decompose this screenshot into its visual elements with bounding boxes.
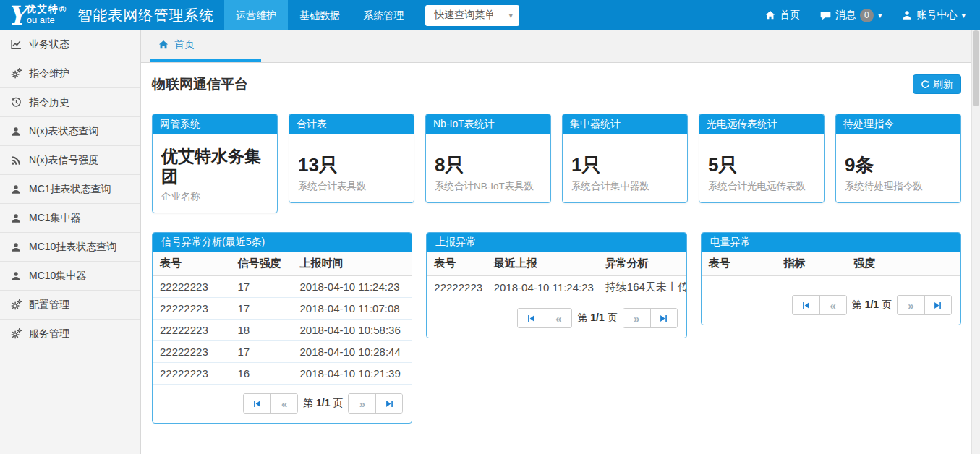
chevron-down-icon: ▾ xyxy=(508,10,513,20)
prev-page-button[interactable]: « xyxy=(545,309,571,327)
logo-y-glyph: Y xyxy=(7,4,26,26)
cell-signal: 17 xyxy=(230,276,292,298)
scrollbar-thumb[interactable] xyxy=(973,30,979,106)
navbar-messages-label: 消息 xyxy=(835,9,856,22)
cell-report-time: 2018-04-10 10:28:44 xyxy=(292,341,412,363)
power-anomaly-table: 表号 指标 强度 xyxy=(702,252,960,276)
nav-item-basic-data[interactable]: 基础数据 xyxy=(288,0,351,30)
last-page-button[interactable] xyxy=(375,394,402,413)
sidebar-item-label: MC10集中器 xyxy=(29,270,86,283)
stat-card-nbiot-meters: Nb-IoT表统计 8只 系统合计NB-IoT表具数 xyxy=(425,113,551,203)
user-icon xyxy=(902,10,912,20)
sidebar-item-command-maintain[interactable]: 指令维护 xyxy=(0,59,140,88)
card-header: 集中器统计 xyxy=(563,114,687,134)
sidebar-item-mc10-meter-status[interactable]: MC10挂表状态查询 xyxy=(0,233,140,262)
stat-card-network-system: 网管系统 优艾特水务集团 企业名称 xyxy=(152,113,278,213)
prev-page-button[interactable]: « xyxy=(270,394,297,413)
pagination: « 第 1/1 页 » xyxy=(153,385,412,423)
panel-title: 信号异常分析(最近5条) xyxy=(153,233,412,252)
nav-item-operations[interactable]: 运营维护 xyxy=(224,0,288,30)
card-value: 优艾特水务集团 xyxy=(161,147,268,187)
table-header-row: 表号 最近上报 异常分析 xyxy=(427,252,686,276)
app-title: 智能表网络管理系统 xyxy=(77,6,214,25)
app-logo[interactable]: Y 优艾特® ou aite xyxy=(7,4,67,26)
gears-icon xyxy=(10,68,22,79)
last-page-button[interactable] xyxy=(650,309,677,327)
sidebar-item-mc1-concentrator[interactable]: MC1集中器 xyxy=(0,204,140,233)
cell-report-time: 2018-04-10 11:24:23 xyxy=(292,276,412,298)
table-header-row: 表号 指标 强度 xyxy=(702,252,960,276)
table-row: 22222223 18 2018-04-10 10:58:36 xyxy=(153,320,412,341)
sidebar-item-mc10-concentrator[interactable]: MC10集中器 xyxy=(0,262,140,291)
first-page-button[interactable] xyxy=(793,296,819,314)
vertical-scrollbar[interactable] xyxy=(971,30,980,454)
cell-meter-no: 22222223 xyxy=(153,320,230,341)
column-header: 表号 xyxy=(702,252,777,276)
sidebar-item-business-status[interactable]: 业务状态 xyxy=(0,30,140,59)
table-row: 22222223 17 2018-04-10 11:24:23 xyxy=(153,276,412,298)
navbar-account-link[interactable]: 账号中心 ▾ xyxy=(902,9,966,22)
user-icon xyxy=(10,127,22,137)
navbar-right: 首页 消息 0 ▾ 账号中心 ▾ xyxy=(765,9,966,22)
cell-meter-no: 22222223 xyxy=(153,298,230,320)
history-icon xyxy=(10,97,22,108)
quick-query-label: 快速查询菜单 xyxy=(434,9,495,22)
card-header: 合计表 xyxy=(289,114,414,134)
sidebar-item-service-mgmt[interactable]: 服务管理 xyxy=(0,320,140,348)
cell-meter-no: 22222223 xyxy=(153,363,230,385)
panel-report-anomaly: 上报异常 表号 最近上报 异常分析 22222223 2018-04-10 11… xyxy=(426,232,686,338)
chevron-down-icon: ▾ xyxy=(878,11,882,20)
column-header: 强度 xyxy=(846,252,960,276)
card-value: 5只 xyxy=(708,154,815,176)
top-navbar: Y 优艾特® ou aite 智能表网络管理系统 运营维护 基础数据 系统管理 … xyxy=(0,0,980,30)
navbar-account-label: 账号中心 xyxy=(916,9,957,22)
refresh-button[interactable]: 刷新 xyxy=(913,74,961,94)
report-anomaly-table: 表号 最近上报 异常分析 22222223 2018-04-10 11:24:2… xyxy=(427,252,686,299)
sidebar: 业务状态 指令维护 指令历史 N(x)表状态查询 N(x)表信号强度 xyxy=(0,30,141,454)
message-count-badge: 0 xyxy=(860,9,874,22)
next-page-button[interactable]: » xyxy=(898,296,924,314)
sidebar-item-label: MC1挂表状态查询 xyxy=(29,183,111,196)
sidebar-item-label: 配置管理 xyxy=(29,299,69,312)
next-page-button[interactable]: » xyxy=(349,394,375,413)
cell-meter-no: 22222223 xyxy=(153,341,230,363)
cell-signal: 16 xyxy=(230,363,292,385)
navbar-home-link[interactable]: 首页 xyxy=(765,9,800,22)
chevron-down-icon: ▾ xyxy=(961,11,966,20)
tab-home[interactable]: 首页 xyxy=(150,30,261,62)
cell-anomaly: 持续164天未上传 xyxy=(598,276,686,299)
sidebar-item-label: N(x)表状态查询 xyxy=(29,125,98,138)
nav-item-system-mgmt[interactable]: 系统管理 xyxy=(351,0,415,30)
card-subtitle: 企业名称 xyxy=(161,190,268,203)
column-header: 指标 xyxy=(777,252,847,276)
panel-signal-anomaly: 信号异常分析(最近5条) 表号 信号强度 上报时间 22222223 17 xyxy=(152,232,412,424)
cell-signal: 17 xyxy=(230,341,292,363)
user-icon xyxy=(10,184,22,194)
sidebar-item-nx-meter-status[interactable]: N(x)表状态查询 xyxy=(0,117,140,146)
tab-home-label: 首页 xyxy=(174,38,195,51)
stat-card-total-meters: 合计表 13只 系统合计表具数 xyxy=(289,113,414,203)
page-indicator: 第 1/1 页 xyxy=(852,299,892,312)
sidebar-item-command-history[interactable]: 指令历史 xyxy=(0,88,140,117)
prev-page-button[interactable]: « xyxy=(819,296,846,314)
first-page-button[interactable] xyxy=(244,394,270,413)
next-page-button[interactable]: » xyxy=(623,309,650,327)
sidebar-item-label: MC1集中器 xyxy=(29,212,81,225)
sidebar-item-label: N(x)表信号强度 xyxy=(29,154,98,167)
card-value: 9条 xyxy=(845,154,952,176)
navbar-messages-link[interactable]: 消息 0 ▾ xyxy=(820,9,882,22)
sidebar-item-nx-meter-signal[interactable]: N(x)表信号强度 xyxy=(0,146,140,175)
pagination: « 第 1/1 页 » xyxy=(427,299,686,338)
quick-query-dropdown[interactable]: 快速查询菜单 ▾ xyxy=(425,5,519,26)
card-value: 8只 xyxy=(435,154,542,176)
gears-icon xyxy=(10,299,22,310)
last-page-button[interactable] xyxy=(924,296,951,314)
user-icon xyxy=(10,271,22,281)
card-subtitle: 系统合计光电远传表数 xyxy=(708,180,815,193)
page-indicator: 第 1/1 页 xyxy=(577,312,617,325)
sidebar-item-config-mgmt[interactable]: 配置管理 xyxy=(0,291,140,320)
first-page-button[interactable] xyxy=(518,309,545,327)
gears-icon xyxy=(10,328,22,339)
sidebar-item-mc1-meter-status[interactable]: MC1挂表状态查询 xyxy=(0,175,140,204)
table-panels-row: 信号异常分析(最近5条) 表号 信号强度 上报时间 22222223 17 xyxy=(152,232,961,424)
